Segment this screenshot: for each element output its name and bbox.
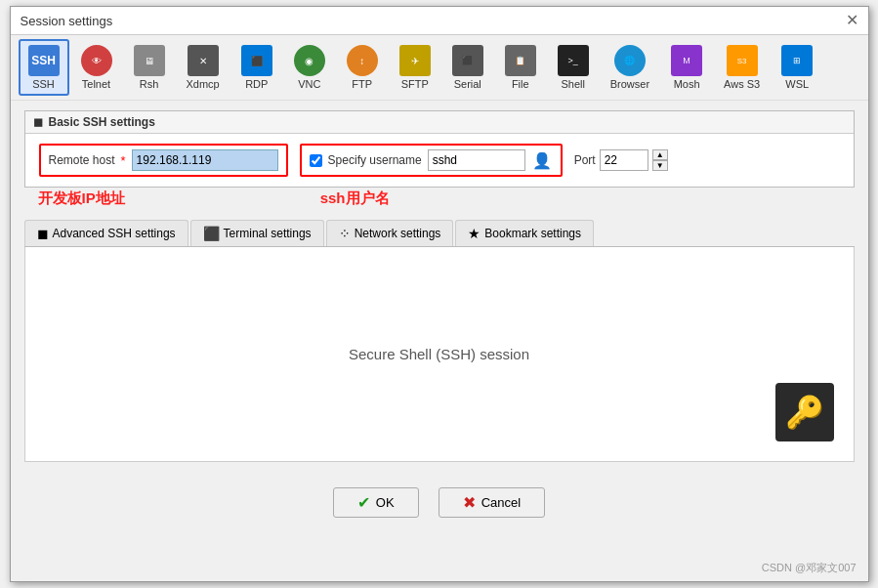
- port-group: Port ▲ ▼: [574, 149, 668, 171]
- cancel-icon: ✖: [463, 493, 476, 512]
- settings-icon: ◼: [33, 115, 43, 129]
- port-label: Port: [574, 153, 596, 167]
- port-spinner: ▲ ▼: [652, 149, 668, 171]
- basic-settings-header: ◼ Basic SSH settings: [25, 111, 854, 134]
- toolbar-item-rdp[interactable]: ⬛RDP: [231, 39, 282, 96]
- remote-host-label: Remote host: [49, 153, 115, 167]
- specify-username-checkbox[interactable]: [310, 154, 322, 167]
- username-annotation: ssh用户名: [320, 189, 390, 208]
- toolbar-item-ssh[interactable]: SSHSSH: [19, 39, 69, 96]
- rdp-icon: ⬛: [241, 45, 272, 76]
- sub-tab-bookmark[interactable]: ★Bookmark settings: [455, 220, 594, 246]
- key-icon: 🔑: [785, 394, 824, 431]
- session-settings-dialog: Session settings ✕ SSHSSH👁Telnet🖥Rsh✕Xdm…: [10, 6, 869, 582]
- rsh-label: Rsh: [140, 78, 159, 90]
- main-content: ◼ Basic SSH settings Remote host * Speci…: [11, 101, 868, 472]
- required-star: *: [121, 153, 126, 168]
- sub-tab-advanced[interactable]: ◼Advanced SSH settings: [24, 220, 188, 246]
- terminal-tab-label: Terminal settings: [224, 227, 312, 240]
- browser-icon: 🌐: [614, 45, 646, 76]
- ok-button[interactable]: ✔ OK: [333, 487, 419, 518]
- vnc-label: VNC: [298, 78, 320, 90]
- mosh-icon: M: [671, 45, 702, 76]
- toolbar-item-aws_s3[interactable]: S3Aws S3: [714, 39, 770, 96]
- shell-label: Shell: [562, 78, 585, 90]
- basic-settings-label: Basic SSH settings: [49, 115, 155, 129]
- advanced-tab-label: Advanced SSH settings: [53, 227, 176, 240]
- terminal-tab-icon: ⬛: [203, 226, 220, 241]
- ssh-label: SSH: [32, 78, 55, 90]
- sub-tab-terminal[interactable]: ⬛Terminal settings: [190, 220, 324, 246]
- aws_s3-icon: S3: [727, 45, 758, 76]
- user-icon-button[interactable]: 👤: [531, 149, 553, 171]
- basic-settings-section: ◼ Basic SSH settings Remote host * Speci…: [24, 110, 855, 188]
- wsl-icon: ⊞: [781, 45, 813, 76]
- remote-host-group: Remote host *: [39, 144, 288, 177]
- aws_s3-label: Aws S3: [724, 78, 760, 90]
- close-button[interactable]: ✕: [846, 13, 858, 28]
- toolbar-item-xdmcp[interactable]: ✕Xdmcp: [177, 39, 230, 96]
- toolbar-item-ftp[interactable]: ↕FTP: [337, 39, 388, 96]
- toolbar-item-wsl[interactable]: ⊞WSL: [772, 39, 822, 96]
- username-group: Specify username 👤: [300, 144, 563, 177]
- bookmark-tab-icon: ★: [468, 226, 481, 241]
- rsh-icon: 🖥: [134, 45, 165, 76]
- serial-label: Serial: [454, 78, 481, 90]
- toolbar-item-shell[interactable]: >_Shell: [548, 39, 599, 96]
- watermark: CSDN @邓家文007: [762, 561, 857, 575]
- wsl-label: WSL: [785, 78, 809, 90]
- telnet-label: Telnet: [82, 78, 110, 90]
- xdmcp-icon: ✕: [188, 45, 219, 76]
- vnc-icon: ◉: [294, 45, 325, 76]
- toolbar-item-browser[interactable]: 🌐Browser: [601, 39, 659, 96]
- ftp-label: FTP: [352, 78, 372, 90]
- cancel-label: Cancel: [481, 495, 521, 510]
- toolbar-item-vnc[interactable]: ◉VNC: [284, 39, 335, 96]
- toolbar-item-sftp[interactable]: ✈SFTP: [390, 39, 440, 96]
- toolbar: SSHSSH👁Telnet🖥Rsh✕Xdmcp⬛RDP◉VNC↕FTP✈SFTP…: [11, 35, 868, 101]
- serial-icon: ⬛: [452, 45, 483, 76]
- ip-annotation: 开发板IP地址: [38, 189, 125, 208]
- basic-settings-body: Remote host * Specify username 👤 Port: [25, 134, 854, 187]
- sftp-label: SFTP: [401, 78, 429, 90]
- ssh-icon: SSH: [28, 45, 60, 76]
- browser-label: Browser: [610, 78, 649, 90]
- content-panel: Secure Shell (SSH) session 🔑: [24, 247, 855, 462]
- footer: ✔ OK ✖ Cancel: [11, 472, 868, 527]
- telnet-icon: 👁: [81, 45, 112, 76]
- ok-label: OK: [376, 495, 395, 510]
- cancel-button[interactable]: ✖ Cancel: [439, 487, 545, 518]
- remote-host-input[interactable]: [132, 149, 278, 171]
- annotation-row: 开发板IP地址 ssh用户名: [24, 188, 855, 216]
- xdmcp-label: Xdmcp: [187, 78, 220, 90]
- file-label: File: [512, 78, 529, 90]
- username-input[interactable]: [428, 149, 525, 171]
- toolbar-item-rsh[interactable]: 🖥Rsh: [124, 39, 175, 96]
- dialog-title: Session settings: [21, 14, 113, 28]
- network-tab-icon: ⁘: [339, 226, 351, 241]
- port-input[interactable]: [600, 149, 648, 171]
- port-decrement-button[interactable]: ▼: [652, 160, 668, 171]
- toolbar-item-mosh[interactable]: MMosh: [661, 39, 712, 96]
- bookmark-tab-label: Bookmark settings: [484, 227, 581, 240]
- network-tab-label: Network settings: [355, 227, 441, 240]
- advanced-tab-icon: ◼: [37, 226, 49, 241]
- sftp-icon: ✈: [399, 45, 431, 76]
- shell-icon: >_: [558, 45, 589, 76]
- key-icon-box: 🔑: [775, 383, 834, 441]
- sub-tabs: ◼Advanced SSH settings⬛Terminal settings…: [24, 220, 855, 247]
- toolbar-item-serial[interactable]: ⬛Serial: [442, 39, 493, 96]
- ok-icon: ✔: [357, 493, 370, 512]
- sub-tab-network[interactable]: ⁘Network settings: [326, 220, 454, 246]
- port-increment-button[interactable]: ▲: [652, 149, 668, 160]
- session-description: Secure Shell (SSH) session: [349, 346, 529, 362]
- ftp-icon: ↕: [347, 45, 378, 76]
- title-bar: Session settings ✕: [11, 7, 868, 35]
- file-icon: 📋: [505, 45, 536, 76]
- rdp-label: RDP: [245, 78, 268, 90]
- specify-username-label[interactable]: Specify username: [328, 153, 422, 167]
- toolbar-item-telnet[interactable]: 👁Telnet: [71, 39, 122, 96]
- toolbar-item-file[interactable]: 📋File: [495, 39, 546, 96]
- mosh-label: Mosh: [674, 78, 700, 90]
